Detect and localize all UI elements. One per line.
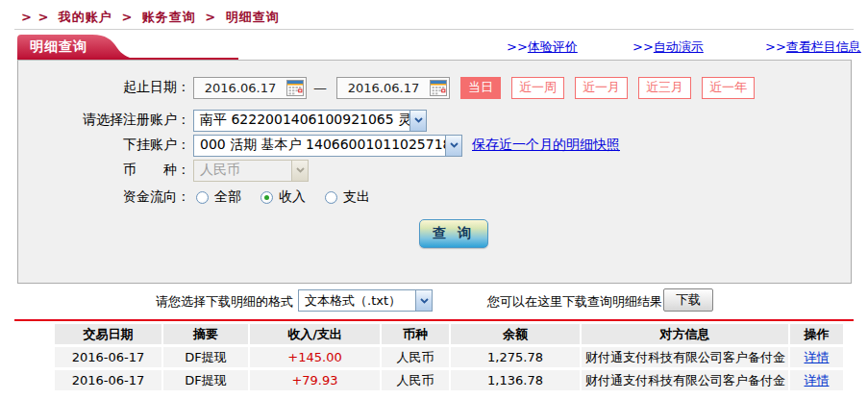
col-header-amount: 收入/支出: [248, 324, 380, 344]
table-header-row: 交易日期 摘要 收入/支出 币种 余额 对方信息 操作: [55, 324, 843, 344]
download-format-label: 请您选择下载明细的格式: [142, 293, 293, 311]
transactions-table: 交易日期 摘要 收入/支出 币种 余额 对方信息 操作 2016-06-17 D…: [55, 321, 843, 393]
end-date-value: 2016.06.17: [337, 81, 430, 95]
currency-value: 人民币: [194, 161, 291, 181]
currency-row: 币 种： 人民币: [18, 159, 309, 182]
download-format-select[interactable]: 文本格式（.txt）: [298, 289, 433, 312]
col-header-counterparty: 对方信息: [580, 324, 788, 344]
chevron-down-icon[interactable]: [445, 136, 461, 156]
table-row: 2016-06-17 DF提现 +145.00 人民币 1,275.78 财付通…: [55, 347, 843, 367]
tab-detail-query: 明细查询: [17, 35, 135, 60]
radio-icon[interactable]: [325, 191, 337, 204]
breadcrumb: > > 我的账户 > 账务查询 > 明细查询: [21, 9, 284, 26]
range-button-last-week[interactable]: 近一周: [511, 77, 564, 99]
date-range-label: 起止日期：: [18, 79, 190, 96]
query-button[interactable]: 查 询: [419, 219, 488, 248]
chevron-down-icon: [291, 161, 308, 181]
link-view-column-info[interactable]: >>查看栏目信息: [765, 38, 861, 56]
col-header-currency: 币种: [380, 324, 449, 344]
flow-radio-expense-label: 支出: [343, 188, 370, 206]
date-range-dash: —: [313, 80, 327, 95]
top-divider: [14, 29, 854, 30]
query-form-panel: 起止日期： 2016.06.17 — 2016.06.17: [17, 60, 852, 284]
download-format-value: 文本格式（.txt）: [299, 290, 415, 311]
link-label: 自动演示: [654, 39, 704, 54]
registered-account-select[interactable]: 南平 6222001406100921065 灵通卡: [193, 110, 427, 132]
registered-account-row: 请选择注册账户： 南平 6222001406100921065 灵通卡: [18, 109, 427, 132]
flow-radio-expense[interactable]: 支出: [325, 188, 370, 206]
detail-link[interactable]: 详情: [805, 373, 830, 388]
breadcrumb-item-detail-query[interactable]: 明细查询: [226, 10, 280, 24]
cell-summary: DF提现: [161, 347, 248, 367]
cell-amount: +145.00: [248, 347, 380, 367]
breadcrumb-item-account-query[interactable]: 账务查询: [142, 10, 196, 24]
registered-account-value: 南平 6222001406100921065 灵通卡: [194, 111, 409, 131]
col-header-balance: 余额: [449, 324, 580, 344]
range-button-last-month[interactable]: 近一月: [575, 77, 628, 99]
detail-link[interactable]: 详情: [805, 350, 830, 364]
sub-account-value: 000 活期 基本户 1406600101102571848: [194, 136, 445, 156]
end-date-input[interactable]: 2016.06.17: [336, 77, 450, 99]
start-date-value: 2016.06.17: [194, 81, 286, 95]
sub-account-select[interactable]: 000 活期 基本户 1406600101102571848: [193, 135, 462, 157]
date-range-row: 起止日期： 2016.06.17 — 2016.06.17: [18, 76, 755, 99]
cell-currency: 人民币: [380, 347, 449, 367]
link-prefix: >>: [765, 39, 786, 54]
chevron-down-icon[interactable]: [409, 111, 426, 131]
col-header-summary: 摘要: [161, 324, 248, 344]
link-experience-rating[interactable]: >>体验评价: [507, 38, 578, 56]
fund-flow-label: 资金流向：: [18, 188, 190, 206]
radio-checked-icon[interactable]: [260, 191, 273, 204]
download-button[interactable]: 下载: [663, 288, 713, 312]
cell-counterparty: 财付通支付科技有限公司客户备付金: [580, 347, 788, 367]
registered-account-label: 请选择注册账户：: [18, 112, 190, 129]
cell-balance: 1,136.78: [449, 370, 580, 390]
cell-summary: DF提现: [161, 370, 248, 390]
link-prefix: >>: [632, 39, 654, 54]
detail-query-page: { "breadcrumb": { "prefix": "> >", "sepa…: [0, 0, 868, 400]
cell-currency: 人民币: [380, 370, 449, 390]
range-button-today[interactable]: 当日: [460, 77, 501, 99]
flow-radio-income[interactable]: 收入: [260, 188, 306, 206]
link-prefix: >>: [507, 39, 528, 54]
calendar-icon[interactable]: [286, 80, 304, 96]
link-label: 查看栏目信息: [786, 39, 861, 54]
flow-radio-income-label: 收入: [279, 188, 306, 206]
cell-balance: 1,275.78: [449, 347, 580, 367]
radio-icon[interactable]: [196, 191, 209, 204]
col-header-action: 操作: [788, 324, 843, 344]
col-header-date: 交易日期: [55, 324, 161, 344]
calendar-icon[interactable]: [430, 80, 447, 96]
chevron-down-icon[interactable]: [415, 290, 432, 311]
range-button-last-year[interactable]: 近一年: [702, 77, 755, 99]
currency-select-disabled: 人民币: [193, 160, 309, 182]
breadcrumb-prefix: > >: [21, 10, 49, 24]
link-auto-demo[interactable]: >>自动演示: [632, 38, 704, 56]
tab-title: 明细查询: [30, 38, 87, 56]
cell-amount: +79.93: [248, 370, 380, 390]
table-row: 2016-06-17 DF提现 +79.93 人民币 1,136.78 财付通支…: [55, 370, 843, 390]
sub-account-label: 下挂账户：: [18, 137, 190, 154]
cell-date: 2016-06-17: [55, 347, 161, 367]
link-label: 体验评价: [528, 39, 578, 54]
fund-flow-row: 资金流向： 全部 收入 支出: [18, 186, 370, 209]
currency-label: 币 种：: [18, 162, 190, 179]
sub-account-row: 下挂账户： 000 活期 基本户 1406600101102571848 保存近…: [18, 134, 620, 157]
breadcrumb-separator: >: [205, 10, 216, 24]
breadcrumb-separator: >: [121, 10, 133, 24]
download-hint-text: 您可以在这里下载查询明细结果: [487, 293, 662, 311]
cell-date: 2016-06-17: [55, 370, 161, 390]
save-snapshot-link[interactable]: 保存近一个月的明细快照: [472, 137, 620, 154]
flow-radio-all-label: 全部: [214, 188, 241, 206]
breadcrumb-item-my-account[interactable]: 我的账户: [59, 10, 112, 24]
cell-counterparty: 财付通支付科技有限公司客户备付金: [580, 370, 788, 390]
flow-radio-all[interactable]: 全部: [196, 188, 241, 206]
range-button-last-3-months[interactable]: 近三月: [638, 77, 691, 99]
start-date-input[interactable]: 2016.06.17: [193, 77, 307, 99]
